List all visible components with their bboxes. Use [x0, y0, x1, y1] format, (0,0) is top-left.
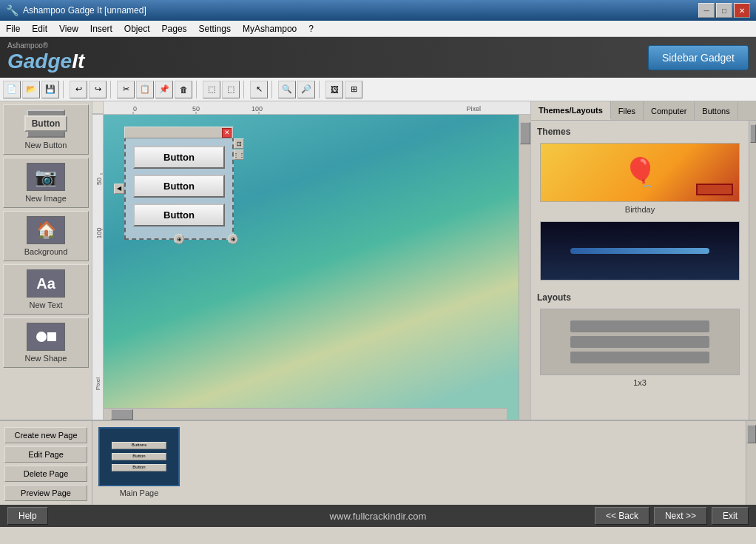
preview-page-button[interactable]: Preview Page [4, 485, 87, 501]
page-thumbnails: Buttons Button Button Main Page [92, 421, 746, 505]
tool-background[interactable]: 🏠 Background [3, 211, 89, 261]
tool-new-button[interactable]: Button New Button [3, 104, 89, 155]
widget-corner-handle[interactable]: ⊕ [228, 234, 238, 244]
exit-button[interactable]: Exit [712, 507, 749, 525]
toolbar-delete[interactable]: 🗑 [175, 81, 192, 98]
maximize-button[interactable]: □ [716, 3, 732, 18]
widget-bottom-handle[interactable]: ⊕ [174, 234, 184, 244]
right-scrollbar[interactable] [749, 121, 756, 420]
widget-side-controls: ⊡ ⋮⋮ [234, 138, 244, 160]
widget-grid-icon[interactable]: ⋮⋮ [234, 150, 244, 160]
tool-new-image[interactable]: 📷 New Image [3, 158, 89, 208]
layout-bar-3 [570, 352, 709, 363]
sidebar-gadget-button[interactable]: Sidebar Gadget [648, 45, 749, 70]
menu-view[interactable]: View [53, 22, 84, 36]
layout-1x3-label: 1x3 [633, 378, 647, 387]
svg-text:50: 50 [192, 105, 200, 113]
toolbar-sep2 [110, 81, 113, 98]
status-bar-inner: Help www.fullcrackindir.com << Back Next… [0, 505, 756, 527]
toolbar-zoomin[interactable]: 🔍 [278, 81, 296, 98]
theme-dark-thumb [540, 221, 740, 281]
next-button[interactable]: Next >> [654, 507, 707, 525]
toolbar-cut[interactable]: ✂ [117, 81, 135, 98]
menu-file[interactable]: File [0, 22, 26, 36]
create-new-page-button[interactable]: Create new Page [4, 427, 87, 443]
toolbar-select2[interactable]: ⬚ [222, 81, 240, 98]
widget-close-button[interactable]: ✕ [222, 128, 232, 138]
svg-text:Pixel: Pixel [466, 105, 481, 113]
new-image-icon: 📷 [27, 163, 65, 191]
status-bar: Help www.fullcrackindir.com << Back Next… [0, 505, 756, 527]
tab-computer[interactable]: Computer [644, 101, 695, 120]
menu-pages[interactable]: Pages [156, 22, 193, 36]
tab-themes-layouts[interactable]: Themes/Layouts [531, 101, 611, 120]
toolbar-image[interactable]: 🖼 [325, 81, 343, 98]
layouts-section: Layouts 1x3 [537, 292, 743, 387]
edit-page-button[interactable]: Edit Page [4, 446, 87, 463]
right-tabs: Themes/Layouts Files Computer Buttons [531, 101, 756, 121]
canvas-button-2[interactable]: Button [133, 175, 225, 198]
page-thumb-main[interactable]: Buttons Button Button Main Page [98, 427, 180, 497]
tab-buttons[interactable]: Buttons [695, 101, 738, 120]
toolbar-save[interactable]: 💾 [41, 81, 59, 98]
background-icon: 🏠 [27, 216, 65, 244]
tab-files[interactable]: Files [611, 101, 644, 120]
svg-point-0 [36, 332, 47, 342]
background-label: Background [24, 247, 68, 256]
new-shape-icon [27, 323, 65, 351]
toolbar-zoomout[interactable]: 🔎 [297, 81, 315, 98]
canvas-scrollbar-y[interactable] [519, 115, 530, 420]
toolbar-redo[interactable]: ↪ [89, 81, 107, 98]
canvas-viewport[interactable]: ✕ ⊡ ⋮⋮ ◀ Button Button Button [104, 115, 519, 420]
minimize-button[interactable]: ─ [698, 3, 715, 18]
nav-buttons: << Back Next >> Exit [595, 507, 749, 525]
widget-header: ✕ [124, 127, 234, 138]
tool-new-shape[interactable]: New Shape [3, 318, 89, 368]
toolbar-paste[interactable]: 📌 [155, 81, 173, 98]
menu-insert[interactable]: Insert [84, 22, 118, 36]
toolbar-copy[interactable]: 📋 [136, 81, 154, 98]
menu-settings[interactable]: Settings [193, 22, 237, 36]
new-shape-label: New Shape [25, 354, 67, 363]
new-image-label: New Image [25, 194, 67, 203]
logo: Ashampoo® GadgeIt [7, 41, 84, 73]
back-button[interactable]: << Back [595, 507, 649, 525]
tool-new-text[interactable]: Aa New Text [3, 264, 89, 315]
toolbar-sep6 [319, 81, 322, 98]
canvas-scrollbar-x[interactable] [104, 408, 507, 420]
widget-container[interactable]: ✕ ⊡ ⋮⋮ ◀ Button Button Button [124, 137, 234, 240]
thumb-btn-1: Buttons [112, 442, 166, 449]
help-button[interactable]: Help [7, 507, 48, 525]
toolbar-arrow[interactable]: ↖ [250, 81, 268, 98]
toolbar-new[interactable]: 📄 [3, 81, 21, 98]
layout-1x3-thumb [540, 309, 740, 375]
menu-bar: File Edit View Insert Object Pages Setti… [0, 21, 756, 37]
toolbar-sep1 [63, 81, 66, 98]
gadgeit-text: GadgeIt [7, 50, 84, 73]
toolbar-select[interactable]: ⬚ [203, 81, 220, 98]
page-scrollbar[interactable] [746, 421, 756, 505]
layout-bar-1 [570, 320, 709, 332]
menu-help[interactable]: ? [303, 22, 320, 36]
canvas-button-3[interactable]: Button [133, 204, 225, 226]
toolbar-undo[interactable]: ↩ [70, 81, 87, 98]
svg-text:100: 100 [252, 105, 263, 113]
page-thumbnails-area: Buttons Button Button Main Page [92, 421, 756, 505]
new-button-icon: Button [27, 110, 65, 138]
theme-birthday[interactable]: 🎈 Birthday [537, 143, 743, 214]
widget-resize-icon[interactable]: ⊡ [234, 138, 244, 149]
menu-myashampoo[interactable]: MyAshampoo [237, 22, 303, 36]
theme-birthday-thumb: 🎈 [540, 143, 740, 202]
close-button[interactable]: ✕ [734, 3, 750, 18]
menu-object[interactable]: Object [118, 22, 156, 36]
menu-edit[interactable]: Edit [26, 22, 53, 36]
layouts-title: Layouts [537, 292, 743, 303]
layout-1x3[interactable]: 1x3 [537, 309, 743, 387]
toolbar-group[interactable]: ⊞ [345, 81, 362, 98]
widget-left-arrow[interactable]: ◀ [114, 184, 124, 194]
canvas-button-1[interactable]: Button [133, 146, 225, 169]
toolbar-open[interactable]: 📂 [22, 81, 40, 98]
delete-page-button[interactable]: Delete Page [4, 466, 87, 482]
status-url: www.fullcrackindir.com [330, 511, 427, 522]
theme-dark[interactable] [537, 221, 743, 283]
